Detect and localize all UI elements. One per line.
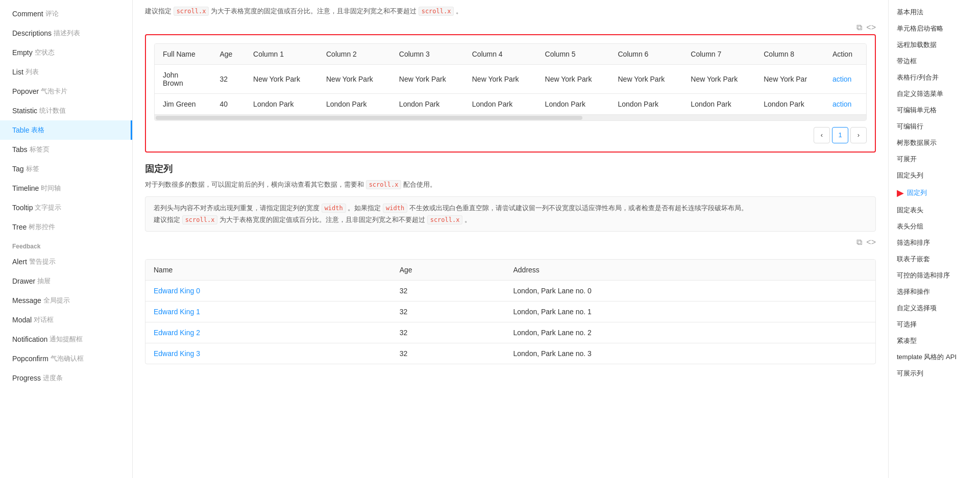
right-sidebar-item-2[interactable]: 远程加载数据 [889, 37, 980, 53]
right-sidebar-item-15[interactable]: 联表子嵌套 [889, 251, 980, 267]
right-sidebar-item-17[interactable]: 选择和操作 [889, 284, 980, 300]
demo-table-container: Full Name Age Column 1 Column 2 Column 3… [154, 43, 867, 121]
fixed-col-title: 固定列 [145, 163, 876, 175]
right-sidebar-item-7[interactable]: 可编辑行 [889, 118, 980, 135]
fixed-col-section: 固定列 对于列数很多的数据，可以固定前后的列，横向滚动查看其它数据，需要和 sc… [145, 163, 876, 232]
cell-col2: London Park [318, 93, 391, 114]
table-row: Edward King 1 32 London, Park Lane no. 1 [145, 301, 875, 322]
table-row: JohnBrown 32 New York Park New York Park… [155, 64, 866, 93]
right-sidebar-item-14[interactable]: 筛选和排序 [889, 235, 980, 251]
sidebar-item-tabs[interactable]: Tabs 标签页 [0, 140, 132, 159]
action-link[interactable]: action [832, 100, 851, 108]
sidebar-item-modal[interactable]: Modal 对话框 [0, 310, 132, 330]
cell-col5: London Park [537, 93, 610, 114]
cell-address: London, Park Lane no. 1 [505, 301, 875, 322]
left-sidebar: Comment 评论 Descriptions 描述列表 Empty 空状态 L… [0, 0, 133, 478]
code-toolbar-top: ⧉ <> [145, 21, 876, 34]
right-sidebar-item-19[interactable]: 可选择 [889, 316, 980, 333]
cell-col7: London Park [682, 93, 755, 114]
right-sidebar-item-3[interactable]: 带边框 [889, 53, 980, 69]
right-sidebar-item-18[interactable]: 自定义选择项 [889, 300, 980, 316]
col-header-action: Action [824, 44, 866, 65]
expand-code-icon-2[interactable]: <> [866, 238, 876, 247]
scrollbar-thumb [156, 116, 582, 120]
cell-address: London, Park Lane no. 0 [505, 281, 875, 301]
copy-icon[interactable]: ⧉ [856, 23, 862, 32]
cell-age: 40 [211, 93, 245, 114]
sidebar-item-tooltip[interactable]: Tooltip 文字提示 [0, 198, 132, 217]
col-header-col6: Column 6 [609, 44, 682, 65]
sidebar-item-tree[interactable]: Tree 树形控件 [0, 217, 132, 237]
cell-col4: New York Park [464, 64, 537, 93]
col-header-age: Age [211, 44, 245, 65]
right-sidebar-item-22[interactable]: 可展示列 [889, 365, 980, 382]
horizontal-scrollbar[interactable] [155, 114, 866, 120]
sidebar-item-popover[interactable]: Popover 气泡卡片 [0, 82, 132, 101]
cell-name: Edward King 0 [145, 281, 391, 301]
sidebar-item-message[interactable]: Message 全局提示 [0, 291, 132, 310]
cell-col2: New York Park [318, 64, 391, 93]
next-page-button[interactable]: › [850, 127, 867, 143]
cell-address: London, Park Lane no. 2 [505, 322, 875, 343]
col-header-col7: Column 7 [682, 44, 755, 65]
right-sidebar-item-10[interactable]: 固定头列 [889, 167, 980, 184]
right-sidebar-item-0[interactable]: 基本用法 [889, 4, 980, 20]
second-table-container: Name Age Address Edward King 0 32 London… [145, 259, 876, 364]
table-row: Edward King 2 32 London, Park Lane no. 2 [145, 322, 875, 343]
table-row: Edward King 0 32 London, Park Lane no. 0 [145, 281, 875, 301]
table-scroll-wrapper[interactable]: Full Name Age Column 1 Column 2 Column 3… [155, 44, 866, 114]
col-header-fullname: Full Name [155, 44, 211, 65]
sidebar-item-tag[interactable]: Tag 标签 [0, 159, 132, 179]
second-table-section: Name Age Address Edward King 0 32 London… [145, 259, 876, 364]
right-sidebar-item-13[interactable]: 表头分组 [889, 218, 980, 235]
cell-age: 32 [391, 281, 505, 301]
copy-icon-2[interactable]: ⧉ [856, 238, 862, 247]
sidebar-item-table[interactable]: Table 表格 [0, 120, 132, 140]
warning-box: 若列头与内容不对齐或出现列重复，请指定固定列的宽度 width 。如果指定 wi… [145, 196, 876, 232]
cell-col6: London Park [609, 93, 682, 114]
right-sidebar-item-4[interactable]: 表格行/列合并 [889, 69, 980, 86]
sidebar-item-timeline[interactable]: Timeline 时间轴 [0, 179, 132, 198]
right-sidebar-item-12[interactable]: 固定表头 [889, 202, 980, 218]
right-sidebar-item-6[interactable]: 可编辑单元格 [889, 102, 980, 118]
right-sidebar-item-21[interactable]: template 风格的 API [889, 349, 980, 365]
right-sidebar-item-8[interactable]: 树形数据展示 [889, 135, 980, 151]
sidebar-item-alert[interactable]: Alert 警告提示 [0, 252, 132, 271]
right-sidebar-item-16[interactable]: 可控的筛选和排序 [889, 267, 980, 284]
cell-name: Edward King 3 [145, 343, 391, 364]
right-sidebar-item-9[interactable]: 可展开 [889, 151, 980, 167]
table-row: Jim Green 40 London Park London Park Lon… [155, 93, 866, 114]
cell-col5: New York Park [537, 64, 610, 93]
code-toolbar-bottom: ⧉ <> [145, 236, 876, 249]
cell-col3: New York Park [391, 64, 464, 93]
cell-age: 32 [391, 343, 505, 364]
sidebar-item-comment[interactable]: Comment 评论 [0, 4, 132, 23]
sidebar-item-drawer[interactable]: Drawer 抽屉 [0, 271, 132, 291]
col-header-age: Age [391, 260, 505, 281]
action-link[interactable]: action [832, 75, 851, 83]
right-sidebar-item-1[interactable]: 单元格启动省略 [889, 20, 980, 37]
sidebar-item-popconfirm[interactable]: Popconfirm 气泡确认框 [0, 349, 132, 368]
sidebar-item-statistic[interactable]: Statistic 统计数值 [0, 101, 132, 120]
right-sidebar-item-20[interactable]: 紧凑型 [889, 333, 980, 349]
sidebar-item-progress[interactable]: Progress 进度条 [0, 368, 132, 388]
page-1-button[interactable]: 1 [832, 127, 848, 143]
sidebar-item-empty[interactable]: Empty 空状态 [0, 43, 132, 62]
col-header-name: Name [145, 260, 391, 281]
col-header-col3: Column 3 [391, 44, 464, 65]
cell-col1: London Park [245, 93, 318, 114]
sidebar-item-descriptions[interactable]: Descriptions 描述列表 [0, 23, 132, 43]
cell-age: 32 [391, 301, 505, 322]
col-header-col5: Column 5 [537, 44, 610, 65]
right-sidebar-item-5[interactable]: 自定义筛选菜单 [889, 86, 980, 102]
prev-page-button[interactable]: ‹ [814, 127, 830, 143]
cell-name: JohnBrown [155, 64, 211, 93]
cell-col6: New York Park [609, 64, 682, 93]
table-row: Edward King 3 32 London, Park Lane no. 3 [145, 343, 875, 364]
expand-code-icon[interactable]: <> [866, 23, 876, 32]
main-content: 建议指定 scroll.x 为大于表格宽度的固定值或百分比。注意，且非固定列宽之… [133, 0, 888, 478]
right-sidebar-item-11[interactable]: ▶ 固定列 [889, 184, 980, 202]
sidebar-item-notification[interactable]: Notification 通知提醒框 [0, 330, 132, 349]
sidebar-item-list[interactable]: List 列表 [0, 62, 132, 82]
cell-col1: New York Park [245, 64, 318, 93]
